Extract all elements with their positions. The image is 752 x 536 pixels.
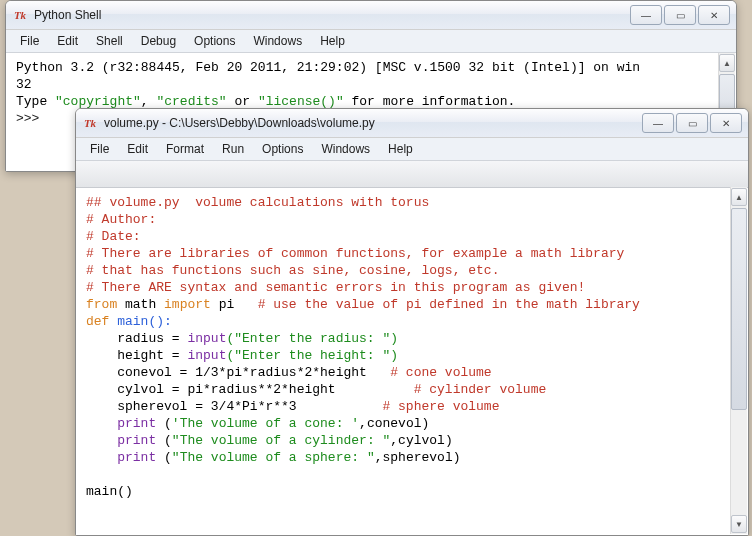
code-keyword: def: [86, 314, 109, 329]
code-text: math: [117, 297, 164, 312]
menu-file[interactable]: File: [12, 32, 47, 50]
menu-windows[interactable]: Windows: [313, 140, 378, 158]
code-def-name: main():: [109, 314, 171, 329]
code-text: ,spherevol): [375, 450, 461, 465]
code-text: radius =: [86, 331, 187, 346]
code-string: ("Enter the height: "): [226, 348, 398, 363]
shell-line: 32: [16, 77, 32, 92]
code-editor[interactable]: ## volume.py volume calculations with to…: [76, 188, 748, 535]
code-string: "The volume of a cylinder: ": [172, 433, 390, 448]
code-text: spherevol = 3/4*Pi*r**3: [86, 399, 382, 414]
editor-window: Tk volume.py - C:\Users\Debby\Downloads\…: [75, 108, 749, 536]
code-comment: # use the value of pi defined in the mat…: [258, 297, 640, 312]
code-text: (: [156, 450, 172, 465]
code-text: [86, 450, 117, 465]
code-builtin: print: [117, 433, 156, 448]
editor-title: volume.py - C:\Users\Debby\Downloads\vol…: [104, 116, 642, 130]
scroll-down-icon[interactable]: ▼: [731, 515, 747, 533]
shell-menubar: File Edit Shell Debug Options Windows He…: [6, 30, 736, 53]
code-text: pi: [211, 297, 258, 312]
menu-options[interactable]: Options: [186, 32, 243, 50]
shell-string: "copyright": [55, 94, 141, 109]
menu-help[interactable]: Help: [312, 32, 353, 50]
menu-edit[interactable]: Edit: [119, 140, 156, 158]
tk-icon: Tk: [12, 7, 28, 23]
maximize-button[interactable]: ▭: [676, 113, 708, 133]
code-text: conevol = 1/3*pi*radius*2*height: [86, 365, 390, 380]
code-builtin: print: [117, 450, 156, 465]
menu-format[interactable]: Format: [158, 140, 212, 158]
code-keyword: from: [86, 297, 117, 312]
code-keyword: import: [164, 297, 211, 312]
scroll-up-icon[interactable]: ▲: [719, 54, 735, 72]
code-builtin: print: [117, 416, 156, 431]
menu-help[interactable]: Help: [380, 140, 421, 158]
code-comment: # that has functions such as sine, cosin…: [86, 263, 499, 278]
tk-icon: Tk: [82, 115, 98, 131]
shell-line: Type: [16, 94, 55, 109]
code-comment: ## volume.py volume calculations with to…: [86, 195, 429, 210]
code-text: [86, 433, 117, 448]
code-builtin: input: [187, 348, 226, 363]
shell-title: Python Shell: [34, 8, 630, 22]
scroll-up-icon[interactable]: ▲: [731, 188, 747, 206]
menu-file[interactable]: File: [82, 140, 117, 158]
shell-string: "credits": [156, 94, 226, 109]
code-text: (: [156, 433, 172, 448]
code-builtin: input: [187, 331, 226, 346]
menu-shell[interactable]: Shell: [88, 32, 131, 50]
editor-scrollbar[interactable]: ▲ ▼: [730, 187, 747, 534]
code-string: 'The volume of a cone: ': [172, 416, 359, 431]
code-text: [86, 416, 117, 431]
shell-line: Python 3.2 (r32:88445, Feb 20 2011, 21:2…: [16, 60, 640, 75]
menu-debug[interactable]: Debug: [133, 32, 184, 50]
shell-text: ,: [141, 94, 157, 109]
editor-titlebar[interactable]: Tk volume.py - C:\Users\Debby\Downloads\…: [76, 109, 748, 138]
shell-titlebar[interactable]: Tk Python Shell — ▭ ✕: [6, 1, 736, 30]
menu-run[interactable]: Run: [214, 140, 252, 158]
editor-menubar: File Edit Format Run Options Windows Hel…: [76, 138, 748, 161]
menu-windows[interactable]: Windows: [245, 32, 310, 50]
minimize-button[interactable]: —: [630, 5, 662, 25]
code-comment: # cylinder volume: [414, 382, 547, 397]
code-text: ,cylvol): [390, 433, 452, 448]
code-comment: # Date:: [86, 229, 141, 244]
code-comment: # Author:: [86, 212, 156, 227]
shell-window-controls: — ▭ ✕: [630, 5, 730, 25]
menu-edit[interactable]: Edit: [49, 32, 86, 50]
code-text: height =: [86, 348, 187, 363]
minimize-button[interactable]: —: [642, 113, 674, 133]
code-comment: # There are libraries of common function…: [86, 246, 624, 261]
maximize-button[interactable]: ▭: [664, 5, 696, 25]
code-text: main(): [86, 484, 133, 499]
code-string: "The volume of a sphere: ": [172, 450, 375, 465]
shell-text: for more information.: [344, 94, 516, 109]
editor-window-controls: — ▭ ✕: [642, 113, 742, 133]
editor-toolbar-strip: [76, 161, 748, 188]
close-button[interactable]: ✕: [698, 5, 730, 25]
code-comment: # cone volume: [390, 365, 491, 380]
code-text: (: [156, 416, 172, 431]
shell-prompt: >>>: [16, 111, 47, 126]
menu-options[interactable]: Options: [254, 140, 311, 158]
code-comment: # There ARE syntax and semantic errors i…: [86, 280, 585, 295]
scroll-thumb[interactable]: [731, 208, 747, 410]
shell-string: "license()": [258, 94, 344, 109]
code-text: cylvol = pi*radius**2*height: [86, 382, 414, 397]
close-button[interactable]: ✕: [710, 113, 742, 133]
shell-text: or: [227, 94, 258, 109]
code-comment: # sphere volume: [382, 399, 499, 414]
code-string: ("Enter the radius: "): [226, 331, 398, 346]
code-text: ,conevol): [359, 416, 429, 431]
